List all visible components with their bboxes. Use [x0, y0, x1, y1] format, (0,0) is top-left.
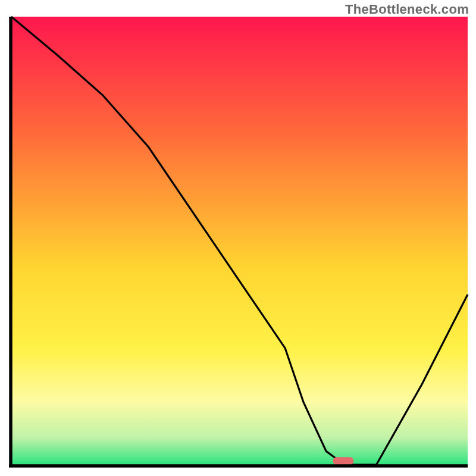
optimal-marker — [333, 457, 354, 465]
watermark-text: TheBottleneck.com — [345, 2, 469, 17]
chart-canvas — [0, 0, 476, 476]
chart-container: TheBottleneck.com — [0, 0, 476, 476]
plot-background — [11, 17, 468, 465]
